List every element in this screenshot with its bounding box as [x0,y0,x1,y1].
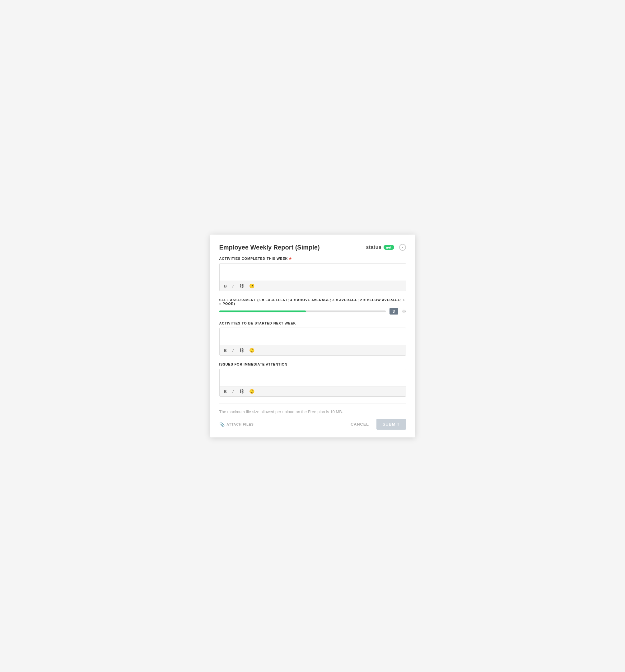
slider-track-wrapper [219,311,386,312]
self-assessment-label: SELF ASSESSMENT (5 = EXCELLENT; 4 = ABOV… [219,298,406,306]
activities-next-week-toolbar: B I ⛓ 🙂 [220,345,406,355]
slider-row: 3 ⊗ [219,308,406,314]
bold-button-3[interactable]: B [223,389,228,394]
file-upload-note: The maximum file size allowed per upload… [219,409,406,414]
paperclip-icon: 📎 [219,422,225,427]
cancel-button[interactable]: CANCEL [347,419,373,429]
issues-attention-editor: B I ⛓ 🙂 [219,369,406,397]
modal-header: Employee Weekly Report (Simple) status n… [219,244,406,251]
attach-files-button[interactable]: 📎 ATTACH FILES [219,422,254,427]
self-assessment-section: SELF ASSESSMENT (5 = EXCELLENT; 4 = ABOV… [219,298,406,314]
link-button-2[interactable]: ⛓ [238,347,245,354]
activities-next-week-editor: B I ⛓ 🙂 [219,328,406,356]
modal-title: Employee Weekly Report (Simple) [219,244,320,251]
bold-button-1[interactable]: B [223,283,228,289]
activities-next-week-label: ACTIVITIES TO BE STARTED NEXT WEEK [219,321,406,325]
italic-button-1[interactable]: I [231,283,235,289]
emoji-button-2[interactable]: 🙂 [248,347,256,354]
required-indicator: ★ [289,257,292,260]
issues-attention-input[interactable] [220,369,406,386]
brand-area: status net × [366,244,406,251]
brand-badge: net [384,245,394,250]
link-button-1[interactable]: ⛓ [238,283,245,289]
modal-footer: 📎 ATTACH FILES CANCEL SUBMIT [219,419,406,430]
close-button[interactable]: × [399,244,406,251]
submit-button[interactable]: SUBMIT [377,419,406,430]
brand-text: status [366,244,381,250]
activities-next-week-section: ACTIVITIES TO BE STARTED NEXT WEEK B I ⛓… [219,321,406,356]
activities-completed-editor: B I ⛓ 🙂 [219,263,406,291]
attach-files-label: ATTACH FILES [226,423,254,426]
page-wrapper: Employee Weekly Report (Simple) status n… [0,0,625,672]
link-button-3[interactable]: ⛓ [238,388,245,394]
bold-button-2[interactable]: B [223,347,228,354]
activities-completed-input[interactable] [220,264,406,281]
activities-completed-toolbar: B I ⛓ 🙂 [220,281,406,291]
italic-button-2[interactable]: I [231,347,235,354]
emoji-button-1[interactable]: 🙂 [248,283,256,289]
modal-title-area: Employee Weekly Report (Simple) [219,244,320,251]
footer-actions: CANCEL SUBMIT [347,419,406,430]
slider-clear-button[interactable]: ⊗ [402,308,406,314]
slider-value-badge: 3 [389,308,398,314]
activities-completed-section: ACTIVITIES COMPLETED THIS WEEK★ B I ⛓ 🙂 [219,257,406,291]
italic-button-3[interactable]: I [231,389,235,394]
activities-completed-label: ACTIVITIES COMPLETED THIS WEEK★ [219,257,406,261]
activities-next-week-input[interactable] [220,328,406,345]
modal-dialog: Employee Weekly Report (Simple) status n… [210,235,415,437]
emoji-button-3[interactable]: 🙂 [248,388,256,394]
footer-divider [219,404,406,404]
issues-attention-label: ISSUES FOR IMMEDIATE ATTENTION [219,362,406,366]
issues-attention-toolbar: B I ⛓ 🙂 [220,386,406,397]
issues-attention-section: ISSUES FOR IMMEDIATE ATTENTION B I ⛓ 🙂 [219,362,406,397]
